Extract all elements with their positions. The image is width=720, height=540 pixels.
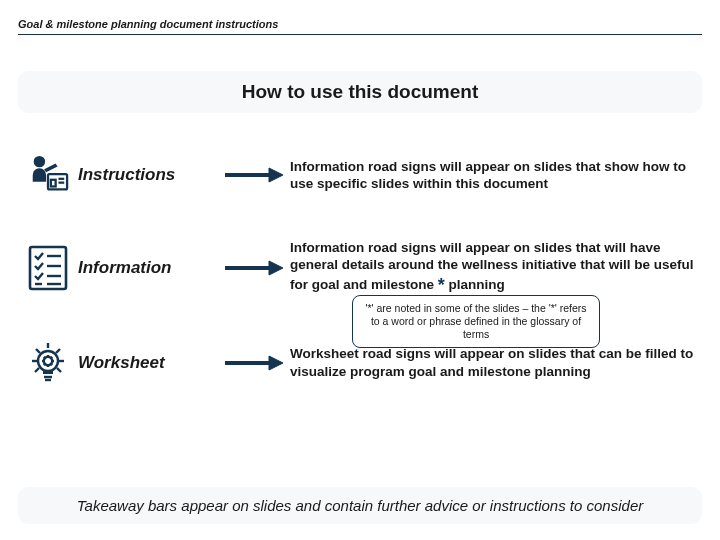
desc-post: planning xyxy=(445,277,505,292)
svg-line-30 xyxy=(36,349,40,353)
row-information: Information Information road signs will … xyxy=(24,239,696,297)
takeaway-bar: Takeaway bars appear on slides and conta… xyxy=(18,487,702,524)
svg-line-33 xyxy=(57,368,61,372)
svg-marker-14 xyxy=(269,261,283,275)
running-header: Goal & milestone planning document instr… xyxy=(18,18,702,35)
row-worksheet: Worksheet Worksheet road signs will appe… xyxy=(24,339,696,387)
arrow-right-icon xyxy=(225,259,283,277)
svg-marker-6 xyxy=(269,168,283,182)
legend-rows: Instructions Information road signs will… xyxy=(18,153,702,387)
svg-line-22 xyxy=(50,363,52,365)
row-label: Worksheet xyxy=(78,353,218,373)
svg-marker-35 xyxy=(269,356,283,370)
lightbulb-gear-icon xyxy=(25,339,71,387)
asterisk-icon: * xyxy=(438,275,445,295)
svg-line-21 xyxy=(44,356,46,358)
svg-line-24 xyxy=(44,363,46,365)
instructor-icon xyxy=(27,153,69,197)
page-title: How to use this document xyxy=(18,71,702,113)
svg-point-15 xyxy=(38,351,58,371)
arrow-right-icon xyxy=(225,166,283,184)
checklist-icon xyxy=(27,244,69,292)
svg-line-31 xyxy=(56,349,60,353)
row-description: Information road signs will appear on sl… xyxy=(290,158,696,193)
row-label: Instructions xyxy=(78,165,218,185)
row-description: Information road signs will appear on sl… xyxy=(290,239,696,297)
svg-line-23 xyxy=(50,356,52,358)
row-description: Worksheet road signs will appear on slid… xyxy=(290,345,696,380)
row-instructions: Instructions Information road signs will… xyxy=(24,153,696,197)
svg-rect-2 xyxy=(51,180,56,187)
svg-line-32 xyxy=(35,368,39,372)
row-label: Information xyxy=(78,258,218,278)
arrow-right-icon xyxy=(225,354,283,372)
svg-point-0 xyxy=(34,156,45,167)
